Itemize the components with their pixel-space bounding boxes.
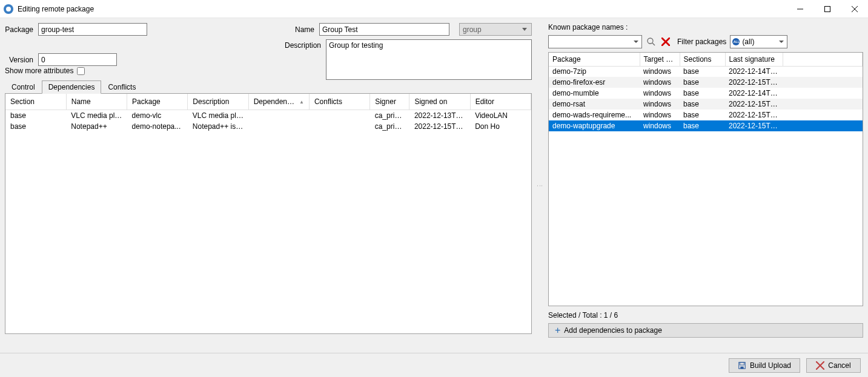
- version-label: Version: [5, 56, 38, 64]
- section-select[interactable]: group: [459, 23, 532, 36]
- tab-conflicts[interactable]: Conflicts: [101, 80, 142, 94]
- tab-dependencies[interactable]: Dependencies: [42, 80, 102, 94]
- col-name[interactable]: Name: [66, 94, 127, 110]
- show-more-label: Show more attributes: [5, 67, 73, 75]
- table-row[interactable]: demo-wads-requireme...windowsbase2022-12…: [549, 110, 863, 120]
- table-row[interactable]: baseVLC media pla...demo-vlcVLC media pl…: [5, 110, 531, 121]
- pkg-col-sections[interactable]: Sections: [680, 53, 725, 66]
- col-section[interactable]: Section: [5, 94, 66, 110]
- package-label: Package: [5, 25, 38, 34]
- col-signed-on[interactable]: Signed on: [409, 94, 470, 110]
- table-row[interactable]: demo-mumblewindowsbase2022-12-14T13...: [549, 88, 863, 99]
- package-input[interactable]: [38, 23, 147, 36]
- clear-icon[interactable]: [660, 36, 671, 47]
- build-upload-label: Build Upload: [750, 361, 791, 370]
- app-icon: [4, 4, 13, 14]
- description-input[interactable]: Group for testing: [326, 39, 532, 80]
- packages-table[interactable]: Package Target OS Sections Last signatur…: [548, 52, 863, 306]
- svg-line-5: [652, 43, 655, 45]
- description-label: Description: [177, 39, 326, 50]
- sort-asc-icon: ▲: [299, 99, 304, 105]
- save-icon: [738, 361, 746, 370]
- maximize-button[interactable]: [813, 0, 841, 18]
- minimize-button[interactable]: [786, 0, 813, 18]
- name-label: Name: [177, 25, 319, 34]
- col-description[interactable]: Description: [188, 94, 248, 110]
- selection-status: Selected / Total : 1 / 6: [548, 311, 863, 320]
- known-packages-label: Known package names :: [548, 23, 863, 31]
- table-row[interactable]: demo-waptupgradewindowsbase2022-12-15T14…: [549, 120, 863, 131]
- name-input[interactable]: [319, 23, 449, 36]
- tab-strip: Control Dependencies Conflicts: [5, 80, 532, 94]
- close-button[interactable]: [841, 0, 868, 18]
- cancel-label: Cancel: [828, 361, 850, 370]
- table-row[interactable]: demo-rsatwindowsbase2022-12-15T09...: [549, 99, 863, 110]
- show-more-checkbox[interactable]: [77, 67, 85, 75]
- col-signer[interactable]: Signer: [370, 94, 409, 110]
- col-conflicts[interactable]: Conflicts: [309, 94, 369, 110]
- svg-rect-1: [824, 6, 830, 11]
- table-row[interactable]: baseNotepad++demo-notepa...Notepad++ is …: [5, 121, 531, 132]
- pkg-col-package[interactable]: Package: [549, 53, 640, 66]
- svg-rect-9: [740, 362, 744, 364]
- table-row[interactable]: demo-firefox-esrwindowsbase2022-12-15T13…: [549, 77, 863, 88]
- add-dependencies-label: Add dependencies to package: [564, 326, 661, 335]
- col-package[interactable]: Package: [127, 94, 188, 110]
- dependencies-table[interactable]: Section Name Package Description Depende…: [5, 94, 532, 334]
- col-dependencies[interactable]: Dependencies ▲: [248, 94, 309, 110]
- table-row[interactable]: demo-7zipwindowsbase2022-12-14T13...: [549, 66, 863, 77]
- cancel-button[interactable]: Cancel: [806, 358, 861, 373]
- filter-label: Filter packages: [677, 38, 726, 46]
- cancel-icon: [816, 361, 824, 370]
- version-input[interactable]: [38, 53, 117, 66]
- window-title: Editing remote package: [18, 5, 786, 13]
- footer: Build Upload Cancel: [0, 353, 868, 377]
- filter-select[interactable]: (all): [730, 35, 787, 48]
- window-titlebar: Editing remote package: [0, 0, 868, 18]
- tab-control[interactable]: Control: [5, 80, 42, 94]
- add-dependencies-button[interactable]: + Add dependencies to package: [548, 323, 863, 338]
- package-search-input[interactable]: [548, 35, 642, 48]
- filter-all-icon: [732, 38, 740, 45]
- plus-icon: +: [555, 327, 560, 334]
- pkg-col-lastsig[interactable]: Last signature: [725, 53, 783, 66]
- svg-rect-10: [740, 366, 743, 369]
- build-upload-button[interactable]: Build Upload: [729, 358, 800, 373]
- pkg-col-target[interactable]: Target OS: [640, 53, 680, 66]
- col-editor[interactable]: Editor: [470, 94, 531, 110]
- splitter-handle[interactable]: [538, 23, 542, 348]
- search-icon[interactable]: [646, 36, 657, 47]
- filter-value: (all): [742, 38, 754, 46]
- svg-point-4: [648, 38, 653, 44]
